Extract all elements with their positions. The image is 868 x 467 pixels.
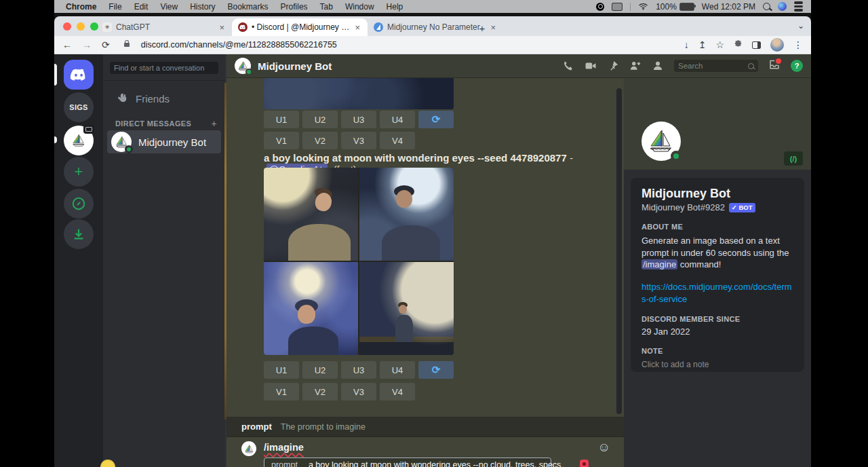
voice-call-icon[interactable] xyxy=(562,60,574,72)
browser-menu-kebab-icon[interactable]: ⋮ xyxy=(793,39,803,50)
grid-image-3[interactable] xyxy=(264,262,358,355)
minimize-window-button[interactable] xyxy=(77,22,85,31)
help-button[interactable]: ? xyxy=(791,60,803,72)
close-window-button[interactable] xyxy=(63,22,71,31)
menu-item-file[interactable]: File xyxy=(102,2,127,12)
tab-close-icon[interactable]: × xyxy=(218,22,226,33)
u1-button[interactable]: U1 xyxy=(264,111,299,128)
browser-profile-avatar[interactable] xyxy=(770,38,784,52)
menu-item-help[interactable]: Help xyxy=(380,2,410,12)
battery-status[interactable]: 100% xyxy=(656,2,694,12)
new-tab-button[interactable]: + xyxy=(475,20,490,35)
screenshot-stage: Chrome File Edit View History Bookmarks … xyxy=(0,0,868,467)
grid-image-4[interactable] xyxy=(359,262,454,355)
chat-search-input[interactable]: Search xyxy=(674,60,758,72)
tab-discord[interactable]: • Discord | @Midjourney Bot × xyxy=(232,18,368,36)
dm-header[interactable]: DIRECT MESSAGES xyxy=(115,119,191,128)
add-server-button[interactable]: + xyxy=(64,157,94,187)
emoji-picker-icon[interactable]: ☺ xyxy=(597,440,610,455)
conversation-search[interactable]: Find or start a conversation xyxy=(110,62,218,74)
v4-button[interactable]: V4 xyxy=(380,383,415,400)
tab-list-chevron-icon[interactable]: ⌄ xyxy=(797,21,804,31)
video-call-icon[interactable] xyxy=(585,60,597,72)
control-center-icon[interactable] xyxy=(794,1,803,12)
forward-button[interactable]: → xyxy=(82,39,92,50)
note-input-placeholder[interactable]: Click to add a note xyxy=(642,360,793,369)
v3-button[interactable]: V3 xyxy=(341,383,376,400)
extensions-icon[interactable] xyxy=(734,39,743,50)
macos-menu-bar: Chrome File Edit View History Bookmarks … xyxy=(54,0,811,13)
menu-item-bookmarks[interactable]: Bookmarks xyxy=(222,2,275,12)
display-mirroring-icon[interactable] xyxy=(612,3,623,11)
siri-icon[interactable] xyxy=(778,2,787,11)
reroll-button[interactable]: ⟳ xyxy=(418,361,454,379)
v2-button[interactable]: V2 xyxy=(302,383,338,400)
tab-close-icon[interactable]: × xyxy=(489,22,497,33)
wifi-icon[interactable] xyxy=(638,3,648,10)
site-security-lock-icon[interactable] xyxy=(124,43,130,47)
create-dm-icon[interactable]: + xyxy=(211,118,217,129)
grid-image-1[interactable] xyxy=(264,168,358,261)
menu-item-edit[interactable]: Edit xyxy=(128,2,155,12)
explore-servers-button[interactable] xyxy=(64,189,94,219)
v3-button[interactable]: V3 xyxy=(341,132,376,149)
discord-favicon xyxy=(238,22,248,32)
server-sigs[interactable]: SIGS xyxy=(64,92,94,122)
dm-item-midjourney-bot[interactable]: Midjourney Bot xyxy=(107,130,221,153)
v1-button[interactable]: V1 xyxy=(264,383,299,400)
user-profile-toggle-icon[interactable] xyxy=(652,60,664,72)
menu-item-view[interactable]: View xyxy=(154,2,184,12)
back-button[interactable]: ← xyxy=(62,39,72,50)
menu-item-history[interactable]: History xyxy=(184,2,221,12)
discord-home-button[interactable] xyxy=(64,60,94,90)
pinned-messages-icon[interactable] xyxy=(607,60,619,72)
generated-image-grid[interactable] xyxy=(264,168,454,355)
inbox-button[interactable] xyxy=(768,58,781,73)
u2-button[interactable]: U2 xyxy=(302,111,338,128)
server-rail: SIGS + xyxy=(54,54,103,467)
side-panel-icon[interactable] xyxy=(752,41,761,49)
v2-button[interactable]: V2 xyxy=(302,132,338,149)
u3-button[interactable]: U3 xyxy=(341,361,376,379)
tab-close-icon[interactable]: × xyxy=(353,22,361,33)
tab-chatgpt[interactable]: ✳ ChatGPT × xyxy=(96,18,232,36)
u3-button[interactable]: U3 xyxy=(341,111,376,128)
menu-item-profiles[interactable]: Profiles xyxy=(275,2,314,12)
previous-grid-image[interactable] xyxy=(264,78,454,109)
reroll-button[interactable]: ⟳ xyxy=(418,111,454,128)
download-apps-button[interactable] xyxy=(64,219,94,249)
v1-button[interactable]: V1 xyxy=(264,132,299,149)
terms-of-service-link[interactable]: https://docs.midjourney.com/docs/terms-o… xyxy=(642,281,794,305)
add-friends-to-dm-icon[interactable] xyxy=(629,60,642,72)
chat-header: Midjourney Bot Search xyxy=(226,54,811,78)
u2-button[interactable]: U2 xyxy=(302,361,338,379)
spotlight-icon[interactable] xyxy=(763,3,770,10)
v4-button[interactable]: V4 xyxy=(380,132,415,149)
menubar-clock[interactable]: Wed 12:02 PM xyxy=(702,2,755,12)
autocomplete-option-description: The prompt to imagine xyxy=(281,422,366,432)
dm-avatar xyxy=(111,132,132,152)
slash-command-autocomplete[interactable]: prompt The prompt to imagine xyxy=(226,417,624,437)
active-slash-command: /imagine xyxy=(264,442,304,453)
menu-item-window[interactable]: Window xyxy=(339,2,380,12)
u4-button[interactable]: U4 xyxy=(380,361,415,379)
bookmark-star-icon[interactable]: ☆ xyxy=(715,39,724,50)
menu-item-tab[interactable]: Tab xyxy=(314,2,339,12)
address-bar[interactable]: discord.com/channels/@me/112828885506221… xyxy=(141,40,337,50)
menu-app-name[interactable]: Chrome xyxy=(60,2,102,12)
mac-screen: Chrome File Edit View History Bookmarks … xyxy=(54,0,811,467)
reload-button[interactable]: ⟳ xyxy=(102,39,110,50)
grid-image-2[interactable] xyxy=(359,168,454,261)
imagine-command-highlight[interactable]: /imagine xyxy=(642,259,677,269)
variation-button-row: V1 V2 V3 V4 xyxy=(264,132,415,149)
sidebar-item-friends[interactable]: Friends xyxy=(108,88,220,109)
chat-scrollbar[interactable] xyxy=(616,88,622,414)
command-option-input[interactable]: prompt a boy looking at moon with wonder… xyxy=(264,457,551,467)
screen-record-stop-icon[interactable] xyxy=(596,3,604,11)
u4-button[interactable]: U4 xyxy=(380,111,415,128)
u1-button[interactable]: U1 xyxy=(264,361,299,379)
share-icon[interactable]: ↥ xyxy=(698,39,707,50)
profile-avatar[interactable] xyxy=(642,122,681,161)
sailboat-icon xyxy=(648,128,675,155)
download-icon[interactable]: ↓ xyxy=(684,39,689,50)
